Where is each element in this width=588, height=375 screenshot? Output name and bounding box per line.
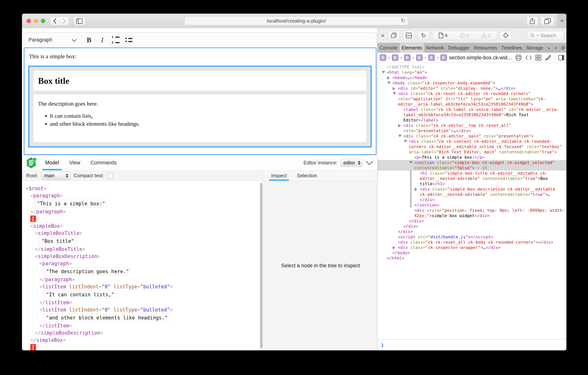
dock-side-button[interactable] <box>388 31 400 40</box>
list-item[interactable]: and other block elements like headings. <box>50 121 362 127</box>
expand-arrow-icon[interactable] <box>393 246 395 250</box>
tab-overview-button[interactable] <box>541 17 554 25</box>
dom-node-line[interactable]: </div> <box>378 218 567 224</box>
dom-node-line[interactable]: <script src="dist/bundle.js"></script> <box>378 234 567 240</box>
model-element-open[interactable]: <paragraph> <box>39 260 260 267</box>
dom-node-line[interactable]: <div class="ck ck-editor__main" role="pr… <box>378 133 567 139</box>
model-text-node[interactable]: "This is a simple box:" <box>35 199 260 208</box>
collapse-inspector-button[interactable] <box>365 160 374 165</box>
close-window-button[interactable] <box>27 19 31 23</box>
expand-arrow-icon[interactable] <box>387 76 390 80</box>
more-tabs-button[interactable]: » <box>545 43 552 53</box>
simple-box-widget[interactable]: Box title The description goes here. It … <box>28 66 372 147</box>
collapse-arrow-icon[interactable] <box>393 92 396 95</box>
collapse-arrow-icon[interactable] <box>398 135 402 137</box>
element-badge-icon[interactable]: E <box>441 55 447 61</box>
bold-button[interactable]: B <box>84 35 94 45</box>
split-console-button[interactable] <box>403 31 415 40</box>
devtools-search-field[interactable]: Search <box>528 31 564 40</box>
model-element-close[interactable]: </listItem> <box>39 299 260 306</box>
bulleted-list-button[interactable] <box>124 35 134 45</box>
model-element-close[interactable]: </simpleBox> <box>30 337 260 344</box>
editor-instance-select[interactable]: editor <box>340 159 362 167</box>
show-source-code-icon[interactable] <box>525 55 532 60</box>
selected-element-label[interactable]: section.simple-box.ck-wid… <box>449 55 513 61</box>
dom-node-line[interactable]: <!DOCTYPE html> <box>378 65 567 70</box>
dom-node-line[interactable]: <div class="simple-box-description ck-ed… <box>378 187 567 202</box>
element-badge-icon[interactable]: E <box>404 55 410 61</box>
model-text-node[interactable]: "and other block elements like headings.… <box>44 313 260 322</box>
details-sidebar-toggle-icon[interactable] <box>558 55 564 60</box>
back-button[interactable] <box>50 17 60 25</box>
tab-inspect[interactable]: Inspect <box>269 171 289 181</box>
expand-arrow-icon[interactable] <box>398 124 401 127</box>
quick-console[interactable]: ❯ <box>378 339 567 350</box>
reload-page-button[interactable]: ↻ <box>418 31 430 40</box>
add-devtools-tab-button[interactable]: + <box>552 43 559 53</box>
model-element-open[interactable]: <simpleBox> <box>30 222 260 230</box>
element-badge-icon[interactable]: E <box>416 55 423 61</box>
editor-paragraph[interactable]: This is a simple box: <box>29 53 376 60</box>
description-text[interactable]: The description goes here. <box>38 100 362 107</box>
italic-button[interactable]: I <box>97 35 107 45</box>
expand-arrow-icon[interactable] <box>415 188 417 191</box>
dom-node-line[interactable]: <p>This is a simple box:</p> <box>378 155 567 160</box>
model-element-open[interactable]: <simpleBoxDescription> <box>35 253 260 260</box>
dom-node-line[interactable]: <div class="ck ck-editor__top ck-reset_a… <box>378 123 567 133</box>
devtools-tab-timelines[interactable]: Timelines <box>499 43 524 53</box>
close-devtools-button[interactable]: × <box>380 32 385 39</box>
tab-selection[interactable]: Selection <box>295 171 319 181</box>
simple-box-title-field[interactable]: Box title <box>33 71 366 91</box>
list-item[interactable]: It can contain lists, <box>50 113 362 119</box>
element-picker-button[interactable] <box>500 31 512 40</box>
devtools-settings-button[interactable]: ⚙ <box>559 43 567 53</box>
share-button[interactable] <box>527 17 538 25</box>
dom-node-line[interactable]: <div class="ck ck-content ck-editor__edi… <box>378 139 567 155</box>
simple-box-description-field[interactable]: The description goes here. It can contai… <box>33 94 366 142</box>
dom-node-line[interactable]: <body class="ck-inspector-body-expanded"… <box>378 80 567 86</box>
element-badge-icon[interactable]: E <box>428 55 435 61</box>
dom-node-line[interactable]: <div id="editor" style="display: none;">… <box>378 86 567 91</box>
dom-node-line[interactable]: </body> <box>378 250 567 255</box>
reload-icon[interactable]: ↻ <box>401 17 405 24</box>
model-element-close[interactable]: </paragraph> <box>39 276 260 283</box>
zoom-window-button[interactable] <box>41 19 45 23</box>
devtools-tab-network[interactable]: Network <box>424 43 446 53</box>
dom-node-line[interactable]: </html> <box>378 255 567 261</box>
tab-model[interactable]: Model <box>42 155 62 170</box>
dom-node-line[interactable]: <head>…</head> <box>378 75 567 80</box>
editor-editable-area[interactable]: This is a simple box: Box title The desc… <box>24 48 376 155</box>
collapse-arrow-icon[interactable] <box>382 71 385 74</box>
model-text-node[interactable]: "Box title" <box>39 237 260 245</box>
minimize-window-button[interactable] <box>34 19 38 23</box>
element-badge-icon[interactable]: E <box>380 55 386 61</box>
numbered-list-button[interactable]: 1 2 <box>111 35 120 45</box>
dom-node-line[interactable]: <div class="ck ck-reset ck-editor ck-rou… <box>378 91 567 107</box>
model-element-close[interactable]: </listItem> <box>39 322 260 329</box>
devtools-tab-resources[interactable]: Resources <box>472 43 499 53</box>
devtools-tab-console[interactable]: Console <box>378 43 399 53</box>
model-element-close[interactable]: </paragraph> <box>30 208 260 215</box>
heading-dropdown[interactable]: Paragraph <box>28 35 75 45</box>
force-styles-brush-icon[interactable] <box>545 55 551 60</box>
model-element-open[interactable]: <$root> <box>26 185 260 192</box>
model-element-close[interactable]: </simpleBoxDescription> <box>35 329 260 337</box>
box-title-text[interactable]: Box title <box>33 71 366 86</box>
tree-scrollbar[interactable] <box>260 183 263 348</box>
dom-node-line[interactable]: <section class="simple-box ck-widget ck-… <box>378 160 567 171</box>
tab-commands[interactable]: Commands <box>88 155 119 170</box>
model-text-node[interactable]: "It can contain lists," <box>44 290 260 299</box>
model-element-open[interactable]: <listItem listIndent="0" listType="bulle… <box>39 283 260 290</box>
devtools-tab-storage[interactable]: Storage <box>524 43 545 53</box>
model-element-close[interactable]: </simpleBoxTitle> <box>35 245 260 253</box>
dom-node-line[interactable]: <div style="position: fixed; top: 0px; l… <box>378 208 567 218</box>
model-element-open[interactable]: <paragraph> <box>30 192 260 199</box>
dom-node-line[interactable]: <label class="ck ck-label ck-voice-label… <box>378 107 567 123</box>
model-element-open[interactable]: <listItem listIndent="0" listType="bulle… <box>39 306 260 313</box>
dom-node-line[interactable]: <html lang="en"> <box>378 70 567 75</box>
resource-issue-badges[interactable]: 4 0 0 <box>432 31 497 40</box>
forward-button[interactable] <box>60 17 69 25</box>
model-text-node[interactable]: "The description goes here." <box>44 267 260 276</box>
root-select[interactable]: main <box>41 172 70 180</box>
dom-node-line[interactable]: <div class="ck ck-reset_all ck-body ck-r… <box>378 240 567 245</box>
